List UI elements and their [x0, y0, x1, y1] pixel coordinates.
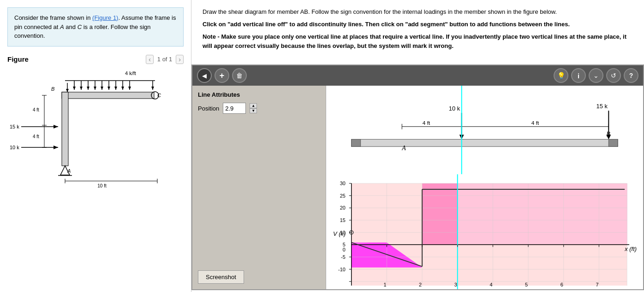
back-button[interactable]: ◀	[197, 68, 212, 83]
instruction-line2: Click on "add vertical line off" to add …	[203, 20, 633, 29]
toolbar-left: ◀ + 🗑	[197, 68, 247, 83]
expand-button[interactable]: ⌄	[589, 68, 603, 83]
position-input[interactable]	[223, 103, 246, 114]
instruction-line1: Draw the shear diagram for member AB. Fo…	[203, 7, 633, 17]
y-20: 20	[340, 205, 346, 210]
add-button[interactable]: +	[215, 68, 229, 83]
toolbar-right: 💡 i ⌄ ↺ ?	[554, 68, 638, 83]
x-3: 3	[454, 282, 457, 287]
help-icon: ?	[629, 72, 633, 79]
figure-page: 1 of 1	[157, 56, 173, 63]
line-attributes-title: Line Attributes	[198, 91, 320, 98]
hint-button[interactable]: 💡	[554, 68, 568, 83]
figure-prev-button[interactable]: ‹	[146, 55, 154, 64]
B-diagram-label: B	[51, 86, 54, 92]
delete-icon: 🗑	[236, 72, 243, 79]
position-row: Position ▲ ▼	[198, 103, 320, 114]
toolbar: ◀ + 🗑 💡 i ⌄ ↺	[192, 65, 643, 86]
A-diagram-label: A	[67, 168, 71, 174]
x-5: 5	[525, 282, 528, 287]
help-button[interactable]: ?	[624, 68, 638, 83]
figure-next-button[interactable]: ›	[176, 55, 184, 64]
svg-marker-1	[66, 89, 69, 92]
y-30: 30	[340, 181, 346, 186]
full-graph-svg: A B 10 k 15 k 4 ft	[326, 86, 643, 289]
svg-marker-7	[87, 87, 89, 90]
hint-icon: 💡	[557, 72, 565, 79]
spin-up[interactable]: ▲	[250, 103, 257, 108]
force-10k-label: 10 k	[10, 145, 19, 150]
dim-4ft-bot: 4 ft	[33, 134, 39, 139]
svg-marker-17	[121, 87, 124, 90]
svg-rect-40	[326, 86, 643, 174]
screenshot-button[interactable]: Screenshot	[198, 270, 244, 284]
figure-label: Figure	[7, 55, 146, 63]
A-label: A	[60, 23, 64, 30]
x-7: 7	[596, 282, 598, 287]
figure-svg: 4 k/ft	[7, 67, 187, 196]
svg-marker-29	[54, 125, 58, 128]
x-4: 4	[489, 282, 492, 287]
figure-header: Figure ‹ 1 of 1 ›	[7, 55, 184, 64]
dim-4ft-left-struct: 4 ft	[423, 120, 430, 126]
tool-area: ◀ + 🗑 💡 i ⌄ ↺	[191, 64, 644, 290]
svg-rect-43	[608, 139, 618, 146]
y-25: 25	[340, 193, 346, 199]
svg-rect-58	[458, 183, 627, 245]
y-n5: -5	[341, 254, 346, 260]
svg-marker-13	[107, 87, 110, 90]
svg-marker-9	[94, 87, 96, 90]
dim-10ft: 10 ft	[97, 183, 107, 188]
svg-rect-25	[62, 92, 68, 166]
position-spinner[interactable]: ▲ ▼	[250, 103, 257, 113]
svg-marker-11	[101, 87, 103, 90]
info-icon: i	[578, 72, 579, 80]
figure-diagram: 4 k/ft	[7, 67, 187, 196]
distributed-load	[65, 81, 155, 92]
refresh-button[interactable]: ↺	[606, 68, 621, 83]
figure-link[interactable]: (Figure 1)	[92, 14, 118, 21]
force-15k-struct: 15 k	[596, 103, 608, 110]
C-diagram-label: C	[157, 93, 161, 98]
svg-marker-3	[73, 87, 76, 90]
position-label: Position	[198, 105, 219, 112]
delete-button[interactable]: 🗑	[232, 68, 247, 83]
figure-nav: ‹ 1 of 1 ›	[146, 55, 184, 64]
svg-rect-23	[62, 92, 154, 99]
svg-rect-42	[352, 139, 361, 146]
info-button[interactable]: i	[571, 68, 586, 83]
add-icon: +	[220, 71, 225, 81]
svg-marker-19	[128, 87, 131, 90]
refresh-icon: ↺	[611, 72, 616, 79]
C-label: C	[78, 23, 82, 30]
left-sub-panel: Line Attributes Position ▲ ▼ Screenshot	[192, 86, 326, 289]
x-2: 2	[419, 282, 422, 287]
svg-marker-31	[54, 146, 58, 149]
right-panel: Draw the shear diagram for member AB. Fo…	[191, 0, 644, 292]
svg-marker-21	[151, 87, 154, 90]
graph-area: A B 10 k 15 k 4 ft	[326, 86, 643, 289]
force-10k-struct: 10 k	[449, 105, 460, 112]
x-axis-label: x (ft)	[624, 245, 637, 252]
spin-down[interactable]: ▼	[250, 108, 257, 113]
instructions: Draw the shear diagram for member AB. Fo…	[191, 0, 644, 51]
y-0: 0	[343, 247, 346, 252]
y-axis-label: V (k)	[333, 230, 346, 237]
dim-4ft-right-struct: 4 ft	[531, 120, 539, 126]
main-content: Line Attributes Position ▲ ▼ Screenshot	[192, 86, 643, 289]
svg-marker-5	[80, 87, 83, 90]
problem-text1: Consider the frame shown in	[14, 14, 92, 21]
x-1: 1	[383, 282, 386, 287]
expand-icon: ⌄	[593, 72, 599, 79]
y-15: 15	[340, 217, 346, 223]
shear-pos-region	[422, 183, 458, 245]
problem-text3: and	[64, 23, 78, 30]
struct-A-label: A	[401, 145, 406, 152]
left-panel: Consider the frame shown in (Figure 1). …	[0, 0, 191, 292]
problem-box: Consider the frame shown in (Figure 1). …	[7, 7, 184, 47]
svg-marker-15	[114, 87, 117, 90]
force-top-label: 4 k/ft	[125, 70, 136, 76]
force-15k-label: 15 k	[10, 124, 19, 129]
dim-4ft-top: 4 ft	[33, 107, 39, 112]
instruction-line3: Note - Make sure you place only one vert…	[203, 32, 633, 52]
